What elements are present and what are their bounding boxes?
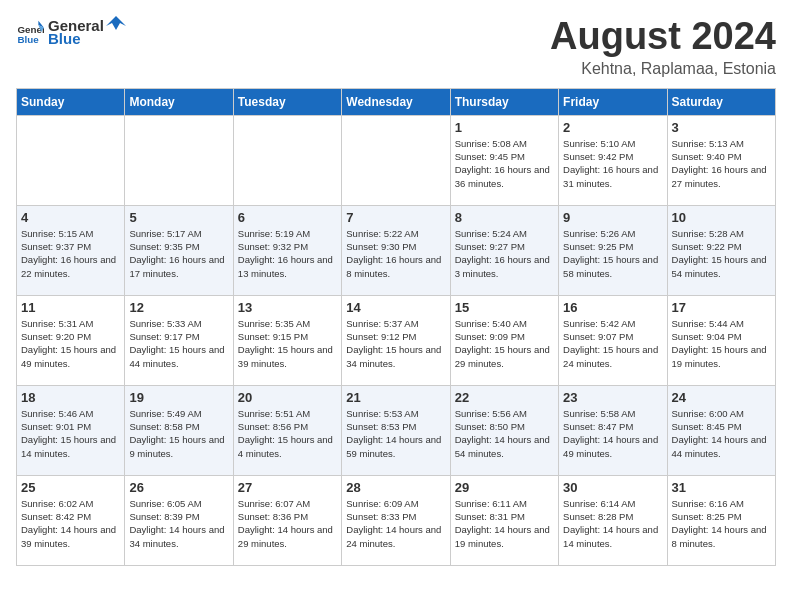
calendar-day-cell: 26 Sunrise: 6:05 AMSunset: 8:39 PMDaylig…	[125, 475, 233, 565]
day-number: 7	[346, 210, 445, 225]
day-number: 20	[238, 390, 337, 405]
calendar-title: August 2024	[550, 16, 776, 58]
day-info: Sunrise: 5:22 AMSunset: 9:30 PMDaylight:…	[346, 227, 445, 280]
day-number: 31	[672, 480, 771, 495]
calendar-day-cell: 6 Sunrise: 5:19 AMSunset: 9:32 PMDayligh…	[233, 205, 341, 295]
day-number: 25	[21, 480, 120, 495]
day-number: 10	[672, 210, 771, 225]
calendar-day-cell: 22 Sunrise: 5:56 AMSunset: 8:50 PMDaylig…	[450, 385, 558, 475]
calendar-week-row: 18 Sunrise: 5:46 AMSunset: 9:01 PMDaylig…	[17, 385, 776, 475]
day-number: 1	[455, 120, 554, 135]
day-info: Sunrise: 5:56 AMSunset: 8:50 PMDaylight:…	[455, 407, 554, 460]
day-number: 30	[563, 480, 662, 495]
calendar-subtitle: Kehtna, Raplamaa, Estonia	[550, 60, 776, 78]
day-info: Sunrise: 5:15 AMSunset: 9:37 PMDaylight:…	[21, 227, 120, 280]
day-info: Sunrise: 5:24 AMSunset: 9:27 PMDaylight:…	[455, 227, 554, 280]
calendar-day-cell: 29 Sunrise: 6:11 AMSunset: 8:31 PMDaylig…	[450, 475, 558, 565]
calendar-day-cell	[125, 115, 233, 205]
day-number: 24	[672, 390, 771, 405]
calendar-day-cell: 23 Sunrise: 5:58 AMSunset: 8:47 PMDaylig…	[559, 385, 667, 475]
day-number: 3	[672, 120, 771, 135]
calendar-day-cell: 15 Sunrise: 5:40 AMSunset: 9:09 PMDaylig…	[450, 295, 558, 385]
calendar-day-cell: 4 Sunrise: 5:15 AMSunset: 9:37 PMDayligh…	[17, 205, 125, 295]
day-number: 22	[455, 390, 554, 405]
weekday-header-cell: Thursday	[450, 88, 558, 115]
calendar-day-cell: 31 Sunrise: 6:16 AMSunset: 8:25 PMDaylig…	[667, 475, 775, 565]
day-number: 27	[238, 480, 337, 495]
day-info: Sunrise: 5:13 AMSunset: 9:40 PMDaylight:…	[672, 137, 771, 190]
day-info: Sunrise: 5:26 AMSunset: 9:25 PMDaylight:…	[563, 227, 662, 280]
day-info: Sunrise: 6:11 AMSunset: 8:31 PMDaylight:…	[455, 497, 554, 550]
day-number: 14	[346, 300, 445, 315]
weekday-header-row: SundayMondayTuesdayWednesdayThursdayFrid…	[17, 88, 776, 115]
day-info: Sunrise: 5:44 AMSunset: 9:04 PMDaylight:…	[672, 317, 771, 370]
day-info: Sunrise: 5:46 AMSunset: 9:01 PMDaylight:…	[21, 407, 120, 460]
calendar-day-cell	[342, 115, 450, 205]
day-number: 15	[455, 300, 554, 315]
day-info: Sunrise: 5:37 AMSunset: 9:12 PMDaylight:…	[346, 317, 445, 370]
day-number: 12	[129, 300, 228, 315]
day-number: 9	[563, 210, 662, 225]
day-number: 19	[129, 390, 228, 405]
day-info: Sunrise: 5:28 AMSunset: 9:22 PMDaylight:…	[672, 227, 771, 280]
calendar-day-cell: 5 Sunrise: 5:17 AMSunset: 9:35 PMDayligh…	[125, 205, 233, 295]
day-info: Sunrise: 5:53 AMSunset: 8:53 PMDaylight:…	[346, 407, 445, 460]
header: General Blue General Blue August 2024 Ke…	[16, 16, 776, 78]
calendar-day-cell: 16 Sunrise: 5:42 AMSunset: 9:07 PMDaylig…	[559, 295, 667, 385]
calendar-day-cell: 3 Sunrise: 5:13 AMSunset: 9:40 PMDayligh…	[667, 115, 775, 205]
day-number: 21	[346, 390, 445, 405]
day-number: 17	[672, 300, 771, 315]
day-number: 4	[21, 210, 120, 225]
calendar-day-cell: 1 Sunrise: 5:08 AMSunset: 9:45 PMDayligh…	[450, 115, 558, 205]
calendar-week-row: 11 Sunrise: 5:31 AMSunset: 9:20 PMDaylig…	[17, 295, 776, 385]
day-info: Sunrise: 5:35 AMSunset: 9:15 PMDaylight:…	[238, 317, 337, 370]
logo-icon: General Blue	[16, 18, 44, 46]
day-number: 6	[238, 210, 337, 225]
day-number: 5	[129, 210, 228, 225]
day-info: Sunrise: 5:31 AMSunset: 9:20 PMDaylight:…	[21, 317, 120, 370]
day-info: Sunrise: 5:08 AMSunset: 9:45 PMDaylight:…	[455, 137, 554, 190]
day-info: Sunrise: 6:02 AMSunset: 8:42 PMDaylight:…	[21, 497, 120, 550]
calendar-day-cell: 24 Sunrise: 6:00 AMSunset: 8:45 PMDaylig…	[667, 385, 775, 475]
logo: General Blue General Blue	[16, 16, 126, 47]
calendar-day-cell: 13 Sunrise: 5:35 AMSunset: 9:15 PMDaylig…	[233, 295, 341, 385]
calendar-day-cell: 19 Sunrise: 5:49 AMSunset: 8:58 PMDaylig…	[125, 385, 233, 475]
day-info: Sunrise: 6:05 AMSunset: 8:39 PMDaylight:…	[129, 497, 228, 550]
day-info: Sunrise: 5:58 AMSunset: 8:47 PMDaylight:…	[563, 407, 662, 460]
day-info: Sunrise: 5:40 AMSunset: 9:09 PMDaylight:…	[455, 317, 554, 370]
day-number: 28	[346, 480, 445, 495]
day-number: 11	[21, 300, 120, 315]
day-number: 8	[455, 210, 554, 225]
day-info: Sunrise: 5:17 AMSunset: 9:35 PMDaylight:…	[129, 227, 228, 280]
day-info: Sunrise: 5:33 AMSunset: 9:17 PMDaylight:…	[129, 317, 228, 370]
weekday-header-cell: Tuesday	[233, 88, 341, 115]
calendar-day-cell: 12 Sunrise: 5:33 AMSunset: 9:17 PMDaylig…	[125, 295, 233, 385]
day-info: Sunrise: 5:51 AMSunset: 8:56 PMDaylight:…	[238, 407, 337, 460]
day-info: Sunrise: 6:07 AMSunset: 8:36 PMDaylight:…	[238, 497, 337, 550]
calendar-day-cell: 21 Sunrise: 5:53 AMSunset: 8:53 PMDaylig…	[342, 385, 450, 475]
calendar-body: 1 Sunrise: 5:08 AMSunset: 9:45 PMDayligh…	[17, 115, 776, 565]
calendar-day-cell: 30 Sunrise: 6:14 AMSunset: 8:28 PMDaylig…	[559, 475, 667, 565]
svg-text:Blue: Blue	[17, 34, 39, 45]
day-info: Sunrise: 5:10 AMSunset: 9:42 PMDaylight:…	[563, 137, 662, 190]
day-number: 16	[563, 300, 662, 315]
day-number: 26	[129, 480, 228, 495]
day-info: Sunrise: 6:00 AMSunset: 8:45 PMDaylight:…	[672, 407, 771, 460]
logo-bird-icon	[106, 16, 126, 34]
day-info: Sunrise: 6:09 AMSunset: 8:33 PMDaylight:…	[346, 497, 445, 550]
svg-marker-4	[106, 16, 126, 30]
calendar-day-cell: 11 Sunrise: 5:31 AMSunset: 9:20 PMDaylig…	[17, 295, 125, 385]
day-number: 18	[21, 390, 120, 405]
day-info: Sunrise: 5:49 AMSunset: 8:58 PMDaylight:…	[129, 407, 228, 460]
day-info: Sunrise: 6:16 AMSunset: 8:25 PMDaylight:…	[672, 497, 771, 550]
weekday-header-cell: Wednesday	[342, 88, 450, 115]
calendar-day-cell: 17 Sunrise: 5:44 AMSunset: 9:04 PMDaylig…	[667, 295, 775, 385]
calendar-table: SundayMondayTuesdayWednesdayThursdayFrid…	[16, 88, 776, 566]
day-number: 29	[455, 480, 554, 495]
calendar-week-row: 25 Sunrise: 6:02 AMSunset: 8:42 PMDaylig…	[17, 475, 776, 565]
calendar-day-cell: 28 Sunrise: 6:09 AMSunset: 8:33 PMDaylig…	[342, 475, 450, 565]
weekday-header-cell: Sunday	[17, 88, 125, 115]
calendar-day-cell: 2 Sunrise: 5:10 AMSunset: 9:42 PMDayligh…	[559, 115, 667, 205]
title-area: August 2024 Kehtna, Raplamaa, Estonia	[550, 16, 776, 78]
day-info: Sunrise: 5:19 AMSunset: 9:32 PMDaylight:…	[238, 227, 337, 280]
